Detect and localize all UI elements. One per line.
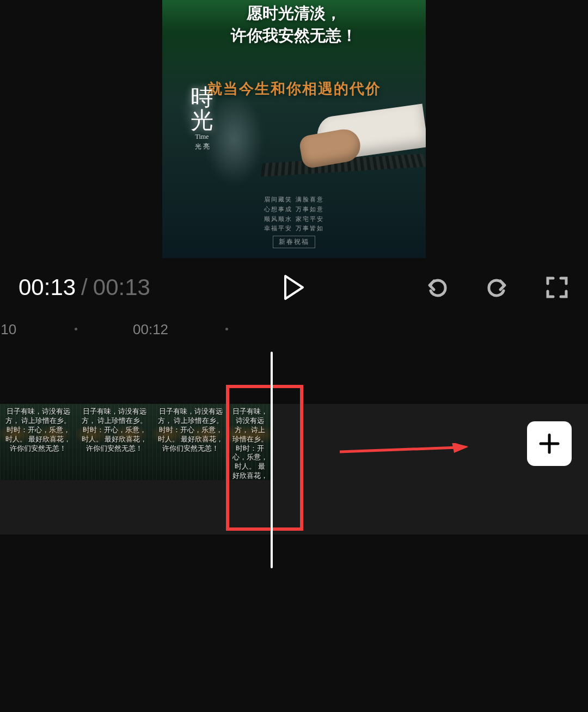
time-separator: / <box>81 274 88 300</box>
preview-piano-hand <box>241 106 426 182</box>
plus-icon <box>537 432 561 456</box>
overlay-line-2: 许你我安然无恙！ <box>162 24 426 47</box>
total-time: 00:13 <box>93 274 150 300</box>
clip-thumbnail[interactable]: 日子有味，诗没有远方， 诗上珍惜在乡。 时时：开心，乐意，时人。 最好欣喜花， … <box>76 404 152 480</box>
current-time: 00:13 <box>19 274 76 300</box>
redo-icon <box>485 275 509 299</box>
time-display: 00:13 / 00:13 <box>19 274 150 300</box>
fullscreen-button[interactable] <box>544 275 569 300</box>
clip-thumbnail[interactable]: 日子有味，诗没有远方， 诗上珍惜在乡。 时时：开心，乐意，时人。 最好欣喜花， … <box>152 404 229 480</box>
playhead[interactable] <box>271 352 273 568</box>
clip-thumbnail[interactable]: 日子有味，诗没有远方， 诗上珍惜在乡。 时时：开心，乐意，时人。 最好欣喜花， … <box>229 404 271 480</box>
video-preview-area: 愿时光清淡， 许你我安然无恙！ 就当今生和你相遇的代价 時 光 Time 光 亮… <box>0 0 588 258</box>
timeline-area[interactable]: :10 00:12 日子有味，诗没有远方， 诗上珍惜在乡。 时时：开心，乐意，时… <box>0 317 588 535</box>
redo-button[interactable] <box>485 275 510 300</box>
fullscreen-icon <box>546 276 568 299</box>
ruler-mark-12: 00:12 <box>133 321 168 338</box>
ruler-mark-10: :10 <box>0 321 16 338</box>
undo-icon <box>425 275 449 299</box>
preview-credits: 眉间藏笑 满脸喜意 心想事成 万事如意 顺风顺水 家宅平安 幸福平安 万事皆如 … <box>162 195 426 248</box>
preview-overlay-text: 愿时光清淡， 许你我安然无恙！ <box>162 2 426 46</box>
play-icon <box>283 275 305 300</box>
undo-button[interactable] <box>425 275 450 300</box>
ruler-tick <box>75 328 77 330</box>
preview-title-vertical: 時 光 Time 光 亮 <box>191 86 213 151</box>
add-clip-button[interactable] <box>527 421 572 466</box>
play-button[interactable] <box>281 275 307 300</box>
player-controls: 00:13 / 00:13 <box>0 258 588 317</box>
clip-thumbnail[interactable]: 日子有味，诗没有远方， 诗上珍惜在乡。 时时：开心，乐意，时人。 最好欣喜花， … <box>0 404 76 480</box>
timeline-ruler[interactable]: :10 00:12 <box>0 317 588 342</box>
video-frame[interactable]: 愿时光清淡， 许你我安然无恙！ 就当今生和你相遇的代价 時 光 Time 光 亮… <box>162 0 426 258</box>
overlay-line-1: 愿时光清淡， <box>162 2 426 24</box>
video-track[interactable]: 日子有味，诗没有远方， 诗上珍惜在乡。 时时：开心，乐意，时人。 最好欣喜花， … <box>0 404 588 535</box>
ruler-tick <box>225 328 228 330</box>
